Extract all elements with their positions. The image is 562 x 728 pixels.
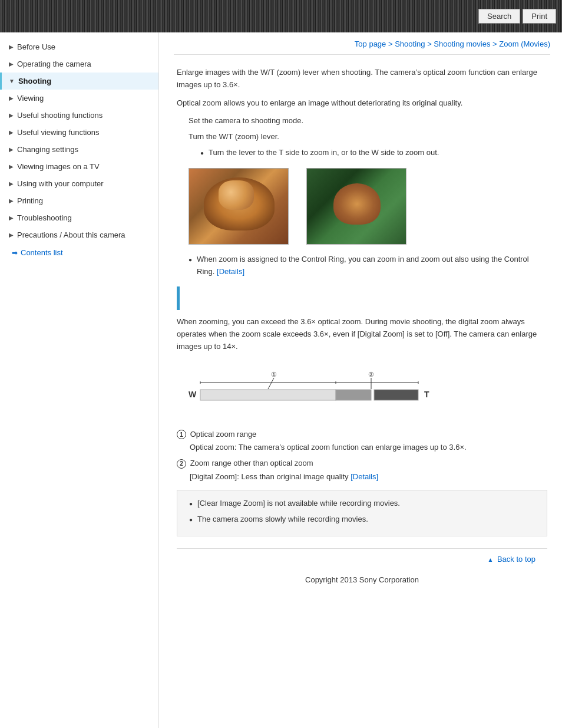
sidebar-item-label: Viewing images on a TV [17,162,100,171]
arrow-icon [9,163,14,170]
note-2: The camera zooms slowly while recording … [189,513,538,526]
arrow-icon [9,95,14,101]
breadcrumb: Top page > Shooting > Shooting movies > … [174,32,550,55]
sidebar-item-label: Troubleshooting [17,213,72,222]
details-link-1[interactable]: [Details] [217,267,244,276]
breadcrumb-zoom-movies[interactable]: Zoom (Movies) [499,39,550,48]
images-row [189,168,547,245]
bullet-zoom-direction: Turn the lever to the T side to zoom in,… [200,147,547,159]
breadcrumb-sep3: > [492,39,499,48]
content-area: Top page > Shooting > Shooting movies > … [159,32,562,728]
back-to-top-link[interactable]: Back to top [487,555,535,564]
zoom-range-1-desc: Optical zoom: The camera’s optical zoom … [190,443,547,452]
zoom-range-1-label: 1 Optical zoom range [177,430,547,440]
arrow-icon [9,197,14,204]
print-button[interactable]: Print [523,9,556,24]
main-layout: Before Use Operating the camera Shooting… [0,32,562,728]
sidebar-item-useful-shooting[interactable]: Useful shooting functions [0,107,158,124]
circle-2: 2 [177,459,186,469]
sidebar-item-before-use[interactable]: Before Use [0,38,158,55]
sidebar: Before Use Operating the camera Shooting… [0,32,159,728]
sidebar-item-label: Printing [17,196,43,205]
zoom-diagram-svg: W T ① ② [183,365,436,418]
contents-list-arrow-icon: ➡ [12,249,18,257]
svg-rect-4 [374,390,418,400]
sidebar-item-label: Shooting [18,77,51,85]
sidebar-item-shooting[interactable]: Shooting [0,73,158,90]
contents-list-label: Contents list [21,248,63,257]
sidebar-item-label: Viewing [17,94,44,103]
content-body: Enlarge images with the W/T (zoom) lever… [174,67,550,593]
sidebar-item-label: Using with your computer [17,179,104,188]
zoom-range-2-desc: [Digital Zoom]: Less than original image… [190,472,547,481]
circle-1: 1 [177,430,186,439]
cat-image-closeup [189,168,289,245]
step-1: Set the camera to shooting mode. [189,115,547,127]
notes-section: [Clear Image Zoom] is not available whil… [177,490,547,537]
arrow-icon [9,232,14,238]
breadcrumb-sep1: > [388,39,395,48]
breadcrumb-sep2: > [427,39,434,48]
zoom-range-2-text: Zoom range other than optical zoom [190,459,313,467]
sidebar-item-label: Precautions / About this camera [17,230,125,239]
control-ring-note: When zoom is assigned to the Control Rin… [189,253,547,278]
sidebar-item-label: Changing settings [17,145,78,154]
intro-paragraph-2: Optical zoom allows you to enlarge an im… [177,97,547,110]
svg-line-6 [268,378,274,389]
sidebar-item-viewing[interactable]: Viewing [0,90,158,107]
svg-text:②: ② [368,371,374,378]
arrow-icon [9,112,14,118]
svg-rect-3 [336,390,371,400]
digital-zoom-paragraph: When zooming, you can exceed the 3.6× op… [177,316,547,353]
step-2: Turn the W/T (zoom) lever. [189,131,547,143]
bullet-text: Turn the lever to the T side to zoom in,… [209,147,439,159]
breadcrumb-shooting-movies[interactable]: Shooting movies [434,39,490,48]
arrow-icon [9,78,15,84]
footer: Back to top [177,548,547,569]
cat-image-zoomed-out [306,168,406,245]
breadcrumb-shooting[interactable]: Shooting [395,39,425,48]
copyright-text: Copyright 2013 Sony Corporation [177,569,547,593]
sidebar-item-printing[interactable]: Printing [0,192,158,209]
sidebar-item-changing-settings[interactable]: Changing settings [0,141,158,158]
arrow-icon [9,215,14,221]
sidebar-item-using-computer[interactable]: Using with your computer [0,175,158,192]
arrow-icon [9,180,14,187]
sidebar-item-useful-viewing[interactable]: Useful viewing functions [0,124,158,141]
search-button[interactable]: Search [478,9,520,24]
svg-text:①: ① [271,371,277,378]
sidebar-item-precautions[interactable]: Precautions / About this camera [0,226,158,243]
sidebar-item-label: Useful shooting functions [17,111,103,120]
arrow-icon [9,146,14,153]
sidebar-item-operating-camera[interactable]: Operating the camera [0,55,158,73]
sidebar-item-label: Useful viewing functions [17,128,99,137]
intro-paragraph-1: Enlarge images with the W/T (zoom) lever… [177,67,547,91]
header: Search Print [0,0,562,32]
sidebar-item-label: Operating the camera [17,60,91,68]
contents-list-link[interactable]: ➡ Contents list [0,243,158,262]
details-link-2[interactable]: [Details] [351,472,378,481]
sidebar-item-label: Before Use [17,42,55,51]
zoom-range-2-label: 2 Zoom range other than optical zoom [177,459,547,469]
arrow-icon [9,44,14,50]
breadcrumb-top[interactable]: Top page [355,39,386,48]
arrow-icon [9,61,14,67]
svg-text:W: W [189,390,197,399]
sidebar-item-viewing-tv[interactable]: Viewing images on a TV [0,158,158,175]
triangle-up-icon [487,555,495,564]
zoom-diagram: W T ① ② [183,365,547,418]
arrow-icon [9,129,14,136]
svg-text:T: T [424,390,429,399]
control-ring-text: When zoom is assigned to the Control Rin… [197,253,547,278]
note-1: [Clear Image Zoom] is not available whil… [189,498,538,510]
section-indicator-bar [177,286,180,310]
zoom-range-1-text: Optical zoom range [190,430,257,439]
header-buttons: Search Print [478,9,556,24]
sidebar-item-troubleshooting[interactable]: Troubleshooting [0,209,158,226]
svg-rect-2 [200,390,336,400]
